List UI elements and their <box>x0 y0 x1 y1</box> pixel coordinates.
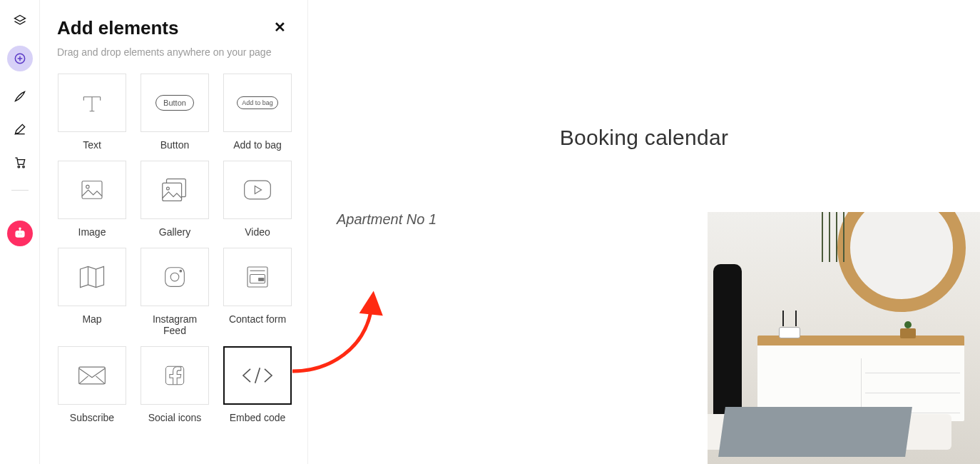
elements-grid: Text Button Button Add to bag Add to bag <box>57 74 290 423</box>
page-canvas[interactable]: Booking calendar Apartment No 1 <box>308 0 980 464</box>
add-element-icon[interactable] <box>7 46 33 71</box>
element-label: Instagram Feed <box>140 313 210 336</box>
cart-icon[interactable] <box>12 154 28 170</box>
element-add-to-bag[interactable]: Add to bag Add to bag <box>223 74 292 151</box>
instagram-icon <box>141 248 209 306</box>
button-pill: Button <box>155 95 194 111</box>
room-image <box>708 212 980 464</box>
element-label: Social icons <box>148 412 202 423</box>
element-image[interactable]: Image <box>57 161 127 238</box>
facebook-icon <box>141 346 209 405</box>
svg-point-5 <box>22 166 24 168</box>
svg-rect-25 <box>79 367 106 384</box>
svg-point-10 <box>19 228 21 229</box>
panel-title: Add elements <box>57 17 290 39</box>
element-embed-code[interactable]: Embed code <box>223 346 292 423</box>
element-label: Button <box>160 139 189 151</box>
embed-code-icon <box>223 346 292 405</box>
close-icon[interactable]: ✕ <box>274 19 286 36</box>
element-map[interactable]: Map <box>57 248 127 336</box>
element-label: Add to bag <box>233 139 282 151</box>
left-toolbar <box>0 0 40 464</box>
svg-point-7 <box>18 233 19 236</box>
element-label: Subscribe <box>70 412 114 423</box>
panel-subtitle: Drag and drop elements anywhere on your … <box>57 46 290 58</box>
svg-point-12 <box>86 185 89 188</box>
element-instagram-feed[interactable]: Instagram Feed <box>140 248 210 336</box>
svg-point-8 <box>20 233 22 236</box>
svg-rect-24 <box>259 278 264 281</box>
svg-point-19 <box>170 273 179 281</box>
add-elements-panel: ✕ Add elements Drag and drop elements an… <box>40 0 308 464</box>
add-to-bag-icon: Add to bag <box>223 74 292 132</box>
element-gallery[interactable]: Gallery <box>140 161 210 238</box>
element-subscribe[interactable]: Subscribe <box>57 346 127 423</box>
element-label: Text <box>83 139 101 151</box>
element-video[interactable]: Video <box>223 161 292 238</box>
assistant-bot-icon[interactable] <box>7 221 33 246</box>
brush-icon[interactable] <box>12 89 28 104</box>
image-icon <box>58 161 126 219</box>
element-label: Contact form <box>229 313 286 325</box>
contact-form-icon <box>223 248 292 306</box>
svg-rect-11 <box>82 181 102 199</box>
element-text[interactable]: Text <box>57 74 127 151</box>
element-button[interactable]: Button Button <box>140 74 210 151</box>
svg-point-4 <box>18 166 19 168</box>
apartment-label: Apartment No 1 <box>337 211 437 228</box>
svg-marker-0 <box>14 16 25 21</box>
element-contact-form[interactable]: Contact form <box>223 248 292 336</box>
edit-icon[interactable] <box>12 121 28 137</box>
element-label: Map <box>82 313 101 325</box>
button-icon: Button <box>141 74 209 132</box>
add-to-bag-pill: Add to bag <box>237 96 278 109</box>
svg-line-27 <box>255 368 260 383</box>
svg-rect-21 <box>247 267 267 287</box>
text-icon <box>58 74 126 132</box>
element-label: Image <box>78 226 106 238</box>
svg-point-20 <box>180 270 182 272</box>
svg-marker-17 <box>255 186 261 194</box>
svg-rect-14 <box>163 183 182 201</box>
section-heading: Booking calendar <box>560 126 729 150</box>
map-icon <box>58 248 126 306</box>
video-icon <box>223 161 292 219</box>
layers-icon[interactable] <box>12 13 28 29</box>
element-label: Video <box>245 226 270 238</box>
svg-rect-16 <box>245 181 271 199</box>
element-label: Embed code <box>230 412 286 423</box>
element-social-icons[interactable]: Social icons <box>140 346 210 423</box>
toolbar-separator <box>11 190 29 191</box>
element-label: Gallery <box>159 226 190 238</box>
gallery-icon <box>141 161 209 219</box>
envelope-icon <box>58 346 126 405</box>
